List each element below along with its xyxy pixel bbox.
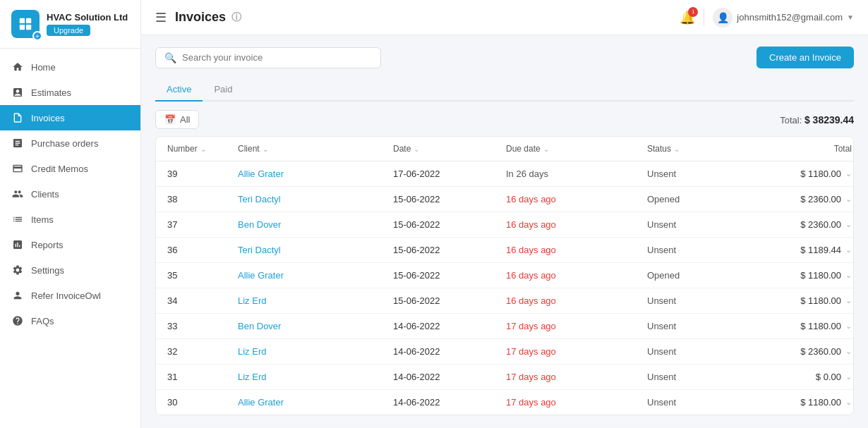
- row-expand-icon[interactable]: ⌄: [845, 347, 852, 356]
- logo-plus-icon: +: [32, 31, 42, 41]
- row-expand-icon[interactable]: ⌄: [845, 398, 852, 407]
- clients-icon: [11, 188, 24, 200]
- table-row[interactable]: 36 Teri Dactyl 15-06-2022 16 days ago Un…: [156, 238, 853, 263]
- row-expand-icon[interactable]: ⌄: [845, 372, 852, 381]
- svg-rect-0: [20, 18, 25, 23]
- sort-icon: ⌄: [263, 145, 268, 153]
- tab-paid[interactable]: Paid: [203, 78, 243, 102]
- col-total: Total: [760, 144, 852, 154]
- sidebar-item-items[interactable]: Items: [0, 207, 140, 232]
- table-row[interactable]: 35 Allie Grater 15-06-2022 16 days ago O…: [156, 263, 853, 288]
- sidebar-item-label: Reports: [31, 240, 64, 250]
- cell-status: Unsent: [647, 397, 760, 408]
- cell-client: Liz Erd: [238, 346, 393, 357]
- amount-value: $ 2360.00: [800, 346, 841, 357]
- total-label: Total:: [780, 115, 802, 126]
- cell-amount: $ 2360.00 ⌄: [760, 194, 852, 204]
- cell-status: Unsent: [647, 321, 760, 331]
- row-expand-icon[interactable]: ⌄: [845, 195, 852, 204]
- sidebar-item-clients[interactable]: Clients: [0, 181, 140, 207]
- table-row[interactable]: 31 Liz Erd 14-06-2022 17 days ago Unsent…: [156, 365, 853, 390]
- info-icon[interactable]: ⓘ: [231, 11, 241, 24]
- cell-due-date: 17 days ago: [506, 397, 647, 408]
- row-expand-icon[interactable]: ⌄: [845, 296, 852, 305]
- sidebar-item-home[interactable]: Home: [0, 54, 140, 80]
- row-expand-icon[interactable]: ⌄: [845, 220, 852, 229]
- col-status[interactable]: Status ⌄: [647, 144, 760, 154]
- user-menu-chevron-icon: ▼: [847, 13, 854, 21]
- tab-active[interactable]: Active: [155, 78, 203, 102]
- table-row[interactable]: 38 Teri Dactyl 15-06-2022 16 days ago Op…: [156, 187, 853, 212]
- sort-icon: ⌄: [674, 145, 680, 153]
- cell-due-date: 16 days ago: [506, 270, 647, 281]
- cell-status: Unsent: [647, 245, 760, 255]
- table-row[interactable]: 30 Allie Grater 14-06-2022 17 days ago U…: [156, 390, 853, 415]
- home-icon: [11, 61, 24, 73]
- sidebar-item-estimates[interactable]: Estimates: [0, 80, 140, 105]
- table-row[interactable]: 32 Liz Erd 14-06-2022 17 days ago Unsent…: [156, 339, 853, 365]
- amount-value: $ 1180.00: [800, 169, 841, 179]
- cell-number: 36: [167, 245, 238, 255]
- table-row[interactable]: 37 Ben Dover 15-06-2022 16 days ago Unse…: [156, 212, 853, 238]
- filter-all-button[interactable]: 📅 All: [155, 110, 199, 129]
- row-expand-icon[interactable]: ⌄: [845, 271, 852, 280]
- sidebar-item-faqs[interactable]: FAQs: [0, 308, 140, 334]
- sidebar-item-refer[interactable]: Refer InvoiceOwl: [0, 283, 140, 308]
- sidebar-item-credit-memos[interactable]: Credit Memos: [0, 156, 140, 181]
- sidebar-item-label: Invoices: [31, 113, 65, 123]
- col-due-date[interactable]: Due date ⌄: [506, 144, 647, 154]
- cell-number: 38: [167, 194, 238, 204]
- table-row[interactable]: 33 Ben Dover 14-06-2022 17 days ago Unse…: [156, 314, 853, 339]
- sidebar-item-purchase-orders[interactable]: Purchase orders: [0, 130, 140, 156]
- col-date[interactable]: Date ⌄: [393, 144, 506, 154]
- sidebar-item-invoices[interactable]: Invoices: [0, 105, 140, 130]
- sidebar-item-settings[interactable]: Settings: [0, 257, 140, 283]
- menu-icon[interactable]: ☰: [155, 10, 167, 25]
- row-expand-icon[interactable]: ⌄: [845, 169, 852, 178]
- cell-date: 15-06-2022: [393, 245, 506, 255]
- amount-value: $ 1189.44: [800, 245, 841, 255]
- items-icon: [11, 213, 24, 226]
- page-title: Invoices ⓘ: [175, 10, 241, 25]
- cell-amount: $ 1180.00 ⌄: [760, 169, 852, 179]
- cell-status: Opened: [647, 270, 760, 281]
- sidebar-nav: Home Estimates Invoices Purchase orders: [0, 49, 140, 428]
- sidebar-item-reports[interactable]: Reports: [0, 232, 140, 257]
- cell-due-date: 17 days ago: [506, 372, 647, 382]
- table-row[interactable]: 39 Allie Grater 17-06-2022 In 26 days Un…: [156, 161, 853, 187]
- row-expand-icon[interactable]: ⌄: [845, 322, 852, 331]
- col-number[interactable]: Number ⌄: [167, 144, 238, 154]
- cell-due-date: 17 days ago: [506, 321, 647, 331]
- company-info: HVAC Solution Ltd Upgrade: [47, 12, 128, 36]
- cell-client: Ben Dover: [238, 321, 393, 331]
- cell-client: Teri Dactyl: [238, 194, 393, 204]
- search-icon: 🔍: [164, 52, 176, 63]
- cell-client: Allie Grater: [238, 270, 393, 281]
- sort-icon: ⌄: [414, 145, 419, 153]
- upgrade-button[interactable]: Upgrade: [47, 25, 90, 36]
- cell-amount: $ 1180.00 ⌄: [760, 397, 852, 408]
- cell-number: 33: [167, 321, 238, 331]
- col-client[interactable]: Client ⌄: [238, 144, 393, 154]
- create-invoice-button[interactable]: Create an Invoice: [757, 47, 854, 68]
- sort-icon: ⌄: [543, 145, 549, 153]
- sidebar-item-label: Estimates: [31, 87, 71, 98]
- user-menu[interactable]: 👤 johnsmith152@gmail.com ▼: [713, 8, 854, 27]
- cell-date: 14-06-2022: [393, 346, 506, 357]
- cell-number: 34: [167, 295, 238, 306]
- cell-client: Allie Grater: [238, 169, 393, 179]
- search-input[interactable]: [182, 52, 372, 63]
- cell-amount: $ 1189.44 ⌄: [760, 245, 852, 255]
- estimates-icon: [11, 86, 24, 99]
- cell-amount: $ 1180.00 ⌄: [760, 321, 852, 331]
- cell-due-date: 17 days ago: [506, 346, 647, 357]
- svg-rect-1: [26, 18, 31, 23]
- sidebar-item-label: Credit Memos: [31, 164, 88, 174]
- row-expand-icon[interactable]: ⌄: [845, 245, 852, 255]
- cell-status: Unsent: [647, 346, 760, 357]
- amount-value: $ 2360.00: [800, 194, 841, 204]
- sidebar-item-label: Clients: [31, 189, 59, 200]
- notifications-bell[interactable]: 🔔 1: [680, 10, 695, 25]
- cell-amount: $ 1180.00 ⌄: [760, 295, 852, 306]
- table-row[interactable]: 34 Liz Erd 15-06-2022 16 days ago Unsent…: [156, 288, 853, 314]
